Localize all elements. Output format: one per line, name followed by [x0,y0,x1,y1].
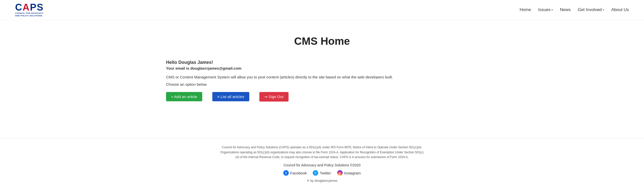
nav-news[interactable]: News [560,7,571,12]
facebook-label: Facebook [290,171,307,175]
footer-legal-text: Council for Advocacy and Policy Solution… [219,145,425,160]
facebook-icon: f [283,170,289,176]
sign-out-button[interactable]: ⇒ Sign Out [259,92,289,102]
twitter-label: Twitter [320,171,331,175]
choose-option-text: Choose an option below. [166,82,478,86]
site-header: CAPS COUNCIL FOR ADVOCACY AND POLICY SOL… [0,0,644,20]
footer-social-links: f Facebook 𝕏 Twitter ◎ Instagram [5,170,639,176]
greeting-email: Your email is douglasrcjames@gmail.com [166,66,478,70]
logo-area[interactable]: CAPS COUNCIL FOR ADVOCACY AND POLICY SOL… [15,3,44,17]
issues-chevron-icon: ▾ [551,8,553,12]
twitter-icon: 𝕏 [313,170,318,176]
facebook-link[interactable]: f Facebook [283,170,307,176]
credit-link[interactable]: ✳ by douglasrcjames [307,179,338,182]
nav-get-involved[interactable]: Get Involved ▾ [578,7,604,12]
greeting-name: Hello Douglas James! [166,60,478,65]
footer-copyright: Council for Advocacy and Policy Solution… [5,163,639,167]
action-buttons: + Add an article ≡ List all articles ⇒ S… [166,92,478,102]
get-involved-chevron-icon: ▾ [603,8,604,12]
twitter-link[interactable]: 𝕏 Twitter [313,170,331,176]
logo-text: CAPS [15,3,44,12]
cms-description: CMS or Content Management System will al… [166,75,478,79]
main-content: CMS Home Hello Douglas James! Your email… [146,20,498,138]
logo-subtitle: COUNCIL FOR ADVOCACY AND POLICY SOLUTION… [15,12,44,17]
site-footer: Council for Advocacy and Policy Solution… [0,138,644,187]
instagram-label: Instagram [344,171,361,175]
nav-about-us[interactable]: About Us [611,7,629,12]
list-articles-button[interactable]: ≡ List all articles [212,92,249,101]
footer-credit: ✳ by douglasrcjames [5,179,639,182]
add-article-button[interactable]: + Add an article [166,92,202,101]
instagram-link[interactable]: ◎ Instagram [337,170,361,176]
instagram-icon: ◎ [337,170,343,176]
page-title: CMS Home [166,35,478,47]
nav-issues[interactable]: Issues ▾ [538,7,553,12]
logo[interactable]: CAPS COUNCIL FOR ADVOCACY AND POLICY SOL… [15,3,44,17]
main-nav: Home Issues ▾ News Get Involved ▾ About … [520,7,629,12]
nav-home[interactable]: Home [520,7,531,12]
